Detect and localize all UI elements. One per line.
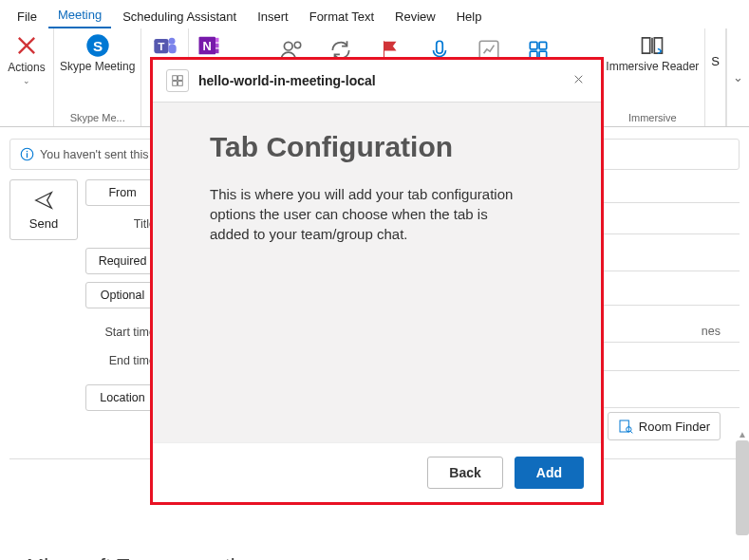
- svg-rect-8: [215, 38, 219, 43]
- meeting-body-title: Microsoft Teams meeting: [27, 554, 740, 560]
- menu-review[interactable]: Review: [385, 6, 445, 28]
- immersive-reader-icon: [639, 32, 665, 59]
- send-button[interactable]: Send: [9, 179, 78, 240]
- menu-help[interactable]: Help: [447, 6, 492, 28]
- dialog-description: This is where you will add your tab conf…: [210, 184, 523, 244]
- immersive-group-label: Immersive: [628, 110, 677, 123]
- svg-rect-27: [178, 82, 183, 86]
- svg-text:N: N: [203, 39, 212, 53]
- menu-file[interactable]: File: [8, 6, 47, 28]
- required-button[interactable]: Required: [85, 248, 159, 274]
- svg-point-4: [168, 38, 175, 45]
- app-icon: [166, 69, 189, 92]
- dialog-header: hello-world-in-meeting-local: [153, 60, 601, 103]
- svg-rect-13: [437, 41, 443, 53]
- skype-group-label: Skype Me...: [70, 110, 125, 123]
- actions-button[interactable]: Actions ⌄: [6, 32, 47, 85]
- svg-point-12: [294, 42, 301, 48]
- svg-rect-5: [168, 45, 176, 53]
- menu-format-text[interactable]: Format Text: [300, 6, 384, 28]
- chevron-down-icon: ⌄: [733, 70, 743, 84]
- svg-rect-16: [539, 42, 547, 49]
- menu-scheduling-assistant[interactable]: Scheduling Assistant: [113, 6, 246, 28]
- back-button[interactable]: Back: [427, 457, 502, 489]
- svg-rect-25: [178, 76, 183, 81]
- onenote-icon: N: [196, 32, 222, 59]
- svg-rect-10: [215, 49, 219, 54]
- scrollbar-thumb[interactable]: [736, 440, 749, 535]
- onenote-button[interactable]: N: [195, 32, 223, 59]
- location-button[interactable]: Location: [85, 384, 159, 411]
- svg-rect-9: [215, 44, 219, 48]
- svg-text:S: S: [93, 38, 103, 54]
- ribbon-overflow-button[interactable]: ⌄: [726, 28, 749, 126]
- dialog-heading: Tab Configuration: [210, 131, 555, 163]
- dialog-close-button[interactable]: [569, 73, 588, 88]
- start-time-label: Start time: [85, 326, 159, 339]
- dialog-body: Tab Configuration This is where you will…: [153, 103, 601, 442]
- dialog-title: hello-world-in-meeting-local: [198, 73, 559, 88]
- sensitivity-label[interactable]: S: [711, 54, 720, 68]
- immersive-reader-button[interactable]: Immersive Reader: [606, 32, 699, 73]
- svg-point-20: [27, 151, 28, 153]
- teams-meeting-button[interactable]: T: [151, 32, 179, 59]
- room-finder-button[interactable]: Room Finder: [608, 412, 721, 440]
- svg-rect-22: [620, 420, 628, 432]
- menu-meeting[interactable]: Meeting: [48, 4, 111, 28]
- add-button[interactable]: Add: [515, 457, 584, 489]
- dialog-footer: Back Add: [153, 442, 601, 502]
- svg-rect-24: [173, 76, 178, 81]
- close-icon: [572, 73, 585, 85]
- x-icon: [13, 32, 40, 59]
- menu-insert[interactable]: Insert: [248, 6, 298, 28]
- send-icon: [33, 190, 54, 211]
- menu-bar: File Meeting Scheduling Assistant Insert…: [0, 0, 749, 28]
- from-button[interactable]: From: [85, 179, 159, 206]
- app-tile-icon: [171, 74, 184, 87]
- svg-text:T: T: [158, 40, 164, 52]
- scroll-up-arrow[interactable]: ▲: [738, 429, 747, 439]
- info-icon: [20, 147, 34, 161]
- room-finder-icon: [618, 419, 633, 434]
- optional-button[interactable]: Optional: [85, 282, 159, 308]
- skype-meeting-button[interactable]: S Skype Meeting: [60, 32, 135, 73]
- teams-icon: T: [152, 32, 178, 59]
- end-time-label: End time: [85, 354, 159, 367]
- svg-rect-21: [27, 153, 28, 158]
- svg-point-11: [284, 42, 292, 50]
- tab-config-dialog: hello-world-in-meeting-local Tab Configu…: [150, 57, 604, 505]
- svg-rect-15: [530, 42, 537, 49]
- svg-rect-26: [173, 82, 178, 86]
- timezones-text: nes: [702, 325, 721, 338]
- skype-icon: S: [84, 32, 111, 59]
- title-label: Title: [85, 217, 159, 231]
